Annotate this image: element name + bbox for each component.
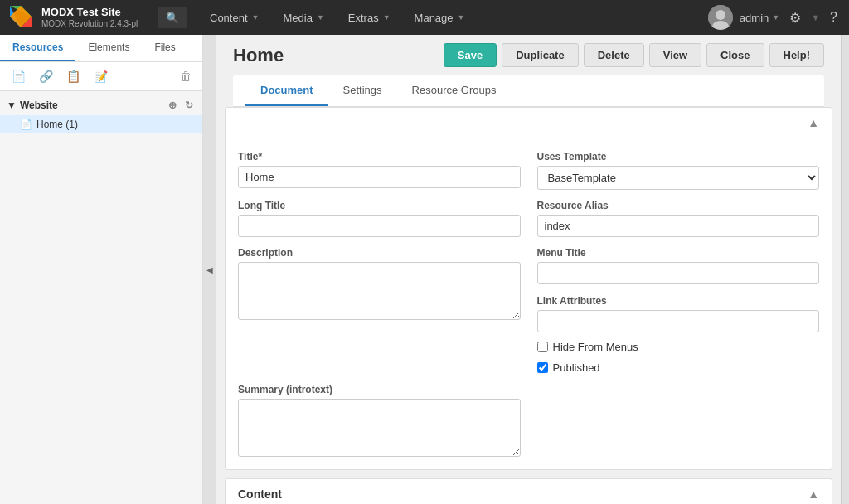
delete-resource-button[interactable]: 🗑	[176, 67, 196, 85]
content-section: Content ▲ This is the day!	[225, 478, 832, 504]
app-name: MODX Test Site	[41, 6, 138, 19]
document-icon: 📄	[20, 119, 32, 130]
summary-input[interactable]	[238, 399, 521, 457]
content-header: Home Save Duplicate Delete View Close He…	[216, 35, 841, 75]
main-layout: Resources Elements Files 📄 🔗 📋 📝 🗑 ▼ Web…	[0, 35, 849, 504]
title-group: Title*	[238, 151, 521, 190]
nav-menu: Content ▼ Media ▼ Extras ▼ Manage ▼	[200, 7, 708, 28]
sidebar-collapse-button[interactable]: ◀	[203, 35, 216, 504]
nav-logo-text: MODX Test Site MODX Revolution 2.4.3-pl	[41, 6, 138, 29]
description-label: Description	[238, 247, 521, 259]
tree-refresh-icon[interactable]: ↻	[182, 99, 196, 112]
document-section-body: Title* Uses Template BaseTemplate	[226, 138, 832, 469]
resource-alias-label: Resource Alias	[537, 200, 820, 211]
doc-panel: ▲ Title* Uses Template BaseTem	[216, 107, 841, 504]
summary-group: Summary (introtext)	[238, 384, 521, 457]
content-area: Home Save Duplicate Delete View Close He…	[216, 35, 841, 504]
doc-tabs-container: Document Settings Resource Groups	[216, 75, 841, 107]
tab-resource-groups[interactable]: Resource Groups	[397, 75, 512, 106]
tree-group-actions: ⊕ ↻	[166, 99, 196, 112]
new-weblink-button[interactable]: 🔗	[34, 66, 58, 86]
tab-resources[interactable]: Resources	[0, 35, 75, 61]
description-input[interactable]	[238, 262, 521, 320]
svg-point-6	[716, 10, 725, 20]
tab-document[interactable]: Document	[245, 75, 328, 106]
resource-alias-input[interactable]	[537, 215, 820, 237]
published-checkbox[interactable]	[537, 362, 548, 373]
help-nav-button[interactable]: ?	[827, 7, 841, 28]
page-title: Home	[233, 45, 444, 66]
tab-files[interactable]: Files	[142, 35, 187, 61]
hide-from-menus-label: Hide From Menus	[553, 341, 638, 353]
document-section: ▲ Title* Uses Template BaseTem	[225, 107, 832, 470]
app-subtitle: MODX Revolution 2.4.3-pl	[41, 19, 138, 29]
document-collapse-button[interactable]: ▲	[808, 116, 819, 129]
nav-extras[interactable]: Extras ▼	[338, 7, 400, 28]
settings-button[interactable]: ⚙	[786, 7, 804, 29]
nav-logo: MODX Test Site MODX Revolution 2.4.3-pl	[8, 4, 141, 31]
sidebar-content: ▼ Website ⊕ ↻ 📄 Home (1)	[0, 91, 202, 504]
tab-settings[interactable]: Settings	[328, 75, 397, 106]
sidebar-tabs: Resources Elements Files	[0, 35, 202, 62]
tree-expand-icon: ▼	[7, 99, 17, 111]
uses-template-label: Uses Template	[537, 151, 820, 162]
media-arrow-icon: ▼	[317, 13, 324, 22]
document-form-grid: Title* Uses Template BaseTemplate	[238, 151, 819, 457]
quick-create-button[interactable]: 📝	[89, 66, 113, 86]
tree-group-header[interactable]: ▼ Website ⊕ ↻	[0, 95, 202, 115]
menu-title-label: Menu Title	[537, 247, 820, 259]
title-label: Title*	[238, 151, 521, 162]
long-title-input[interactable]	[238, 215, 521, 237]
save-button[interactable]: Save	[444, 43, 497, 67]
link-attributes-label: Link Attributes	[537, 295, 607, 307]
content-arrow-icon: ▼	[252, 13, 260, 22]
close-button[interactable]: Close	[706, 43, 764, 67]
duplicate-resource-button[interactable]: 📋	[61, 66, 85, 86]
long-title-group: Long Title	[238, 200, 521, 237]
top-nav: MODX Test Site MODX Revolution 2.4.3-pl …	[0, 0, 849, 35]
published-row: Published	[537, 361, 820, 374]
new-document-button[interactable]: 📄	[7, 66, 31, 86]
manage-arrow-icon: ▼	[458, 13, 465, 22]
settings-arrow: ▼	[811, 12, 820, 22]
nav-manage[interactable]: Manage ▼	[405, 7, 475, 28]
tab-elements[interactable]: Elements	[75, 35, 142, 61]
resource-alias-group: Resource Alias	[537, 200, 820, 237]
content-section-header[interactable]: Content ▲	[226, 479, 832, 504]
content-collapse-button[interactable]: ▲	[808, 487, 819, 501]
link-attributes-input[interactable]	[537, 310, 820, 332]
nav-media[interactable]: Media ▼	[273, 7, 333, 28]
link-attributes-group: Link Attributes	[537, 294, 820, 332]
long-title-label: Long Title	[238, 200, 521, 211]
delete-button[interactable]: Delete	[584, 43, 644, 67]
search-button[interactable]: 🔍	[158, 7, 187, 28]
modx-logo-icon	[8, 4, 35, 31]
tree-group-website: ▼ Website ⊕ ↻ 📄 Home (1)	[0, 95, 202, 133]
hide-from-menus-checkbox[interactable]	[537, 342, 548, 352]
tree-item-label: Home (1)	[36, 119, 78, 130]
tree-group-label: Website	[20, 99, 58, 111]
description-group: Description	[238, 247, 521, 374]
extras-arrow-icon: ▼	[383, 13, 391, 22]
nav-content[interactable]: Content ▼	[200, 7, 269, 28]
nav-right: admin ▼ ⚙ ▼ ?	[708, 5, 841, 30]
tree-item-home[interactable]: 📄 Home (1)	[0, 115, 202, 133]
view-button[interactable]: View	[649, 43, 701, 67]
sidebar: Resources Elements Files 📄 🔗 📋 📝 🗑 ▼ Web…	[0, 35, 203, 504]
menu-title-input[interactable]	[537, 262, 820, 284]
duplicate-button[interactable]: Duplicate	[502, 43, 579, 67]
published-label: Published	[553, 361, 600, 374]
uses-template-select[interactable]: BaseTemplate	[537, 166, 820, 190]
title-input[interactable]	[238, 166, 521, 188]
avatar	[708, 5, 733, 30]
help-button[interactable]: Help!	[769, 43, 825, 67]
user-arrow-icon: ▼	[772, 13, 779, 22]
uses-template-group: Uses Template BaseTemplate	[537, 151, 820, 190]
nav-user[interactable]: admin ▼	[740, 12, 779, 24]
summary-label: Summary (introtext)	[238, 384, 521, 395]
document-section-header[interactable]: ▲	[226, 108, 832, 138]
content-section-title: Content	[238, 487, 808, 501]
right-scrollbar[interactable]	[841, 35, 849, 504]
tree-add-icon[interactable]: ⊕	[166, 99, 179, 112]
sidebar-toolbar: 📄 🔗 📋 📝 🗑	[0, 62, 202, 91]
